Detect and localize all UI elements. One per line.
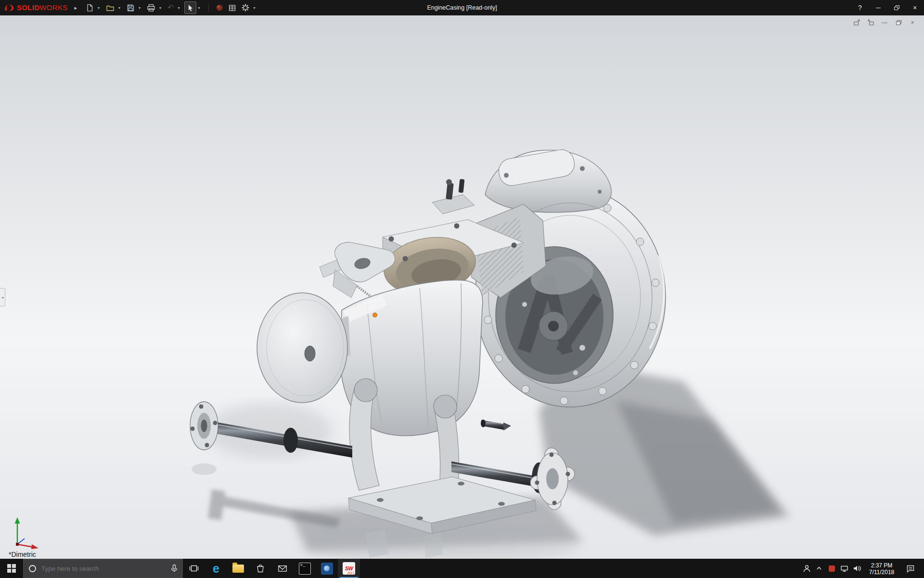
undo-button[interactable]: ↶ [166,1,176,14]
windows-logo-icon [7,564,16,573]
taskbar: e >_ SW 2017 [0,559,924,578]
print-dropdown-caret[interactable]: ▾ [159,6,161,10]
volume-icon [853,565,861,572]
restore-button[interactable] [887,0,906,15]
taskbar-store-button[interactable] [249,559,271,578]
new-dropdown-caret[interactable]: ▾ [98,6,100,10]
minimize-icon [876,8,881,8]
undo-dropdown-caret[interactable]: ▾ [178,6,180,10]
quick-access-toolbar: ▾ ▾ ▾ ▾ ↶ ▾ ▾ [84,1,259,14]
graphics-viewport[interactable]: — × ◂ [0,15,924,559]
ds-logo-icon [4,4,14,12]
command-prompt-icon: >_ [299,563,311,575]
open-dropdown-caret[interactable]: ▾ [118,6,120,10]
taskbar-search[interactable] [23,559,183,578]
select-cursor-icon [186,4,194,12]
side-pin[interactable] [481,420,511,431]
taskbar-file-explorer-button[interactable] [227,559,249,578]
undo-icon: ↶ [167,4,174,12]
network-button[interactable] [838,559,850,578]
open-button[interactable] [104,1,116,14]
cortana-circle-icon [28,565,37,573]
brand-text: SOLIDWORKS [17,3,68,12]
document-window-controls: — × [852,18,917,27]
task-view-icon [189,563,199,574]
solidworks-icon-year: 2017 [347,571,354,575]
orientation-triad [10,514,43,551]
edge-icon: e [213,563,219,575]
3d-model-canvas[interactable] [0,15,924,559]
file-explorer-icon [232,565,244,573]
selection-marker[interactable] [373,313,377,317]
tray-overflow-button[interactable] [813,559,825,578]
top-fittings[interactable] [432,179,475,214]
left-disc[interactable] [257,293,350,403]
save-floppy-icon [127,4,135,12]
previous-window-icon [853,19,860,26]
search-input[interactable] [41,565,166,572]
feature-panel-collapse-tab[interactable]: ◂ [0,288,5,306]
select-dropdown-caret[interactable]: ▾ [198,6,200,10]
options-dropdown-caret[interactable]: ▾ [254,6,256,10]
photos-app-icon [321,563,333,575]
start-button[interactable] [0,559,23,578]
chevron-up-icon [816,565,822,572]
taskbar-clock[interactable]: 2:37 PM 7/11/2018 [863,562,900,576]
system-tray: 2:37 PM 7/11/2018 [800,559,924,578]
restore-icon [894,5,899,10]
minimize-button[interactable] [869,0,887,15]
titlebar: SOLIDWORKS ▸ ▾ ▾ ▾ [0,0,924,15]
sheet-grid-icon [228,4,236,12]
appearance-sphere-icon [216,4,223,12]
solidworks-app-icon: SW 2017 [343,562,355,575]
document-close-button[interactable]: × [908,18,917,27]
evaluate-button[interactable] [226,1,238,14]
save-dropdown-caret[interactable]: ▾ [139,6,141,10]
toolbar-flyout-arrow[interactable]: ▸ [75,5,77,11]
taskbar-solidworks-button[interactable]: SW 2017 [338,559,360,578]
help-button[interactable]: ? [851,0,869,15]
action-center-icon [906,565,915,573]
collapse-arrow-icon: ◂ [1,295,3,300]
previous-window-button[interactable] [852,18,861,27]
taskbar-mail-button[interactable] [271,559,294,578]
next-window-button[interactable] [866,18,875,27]
print-button[interactable] [145,1,157,14]
volume-button[interactable] [850,559,863,578]
solidworks-logo: SOLIDWORKS [0,3,71,12]
print-icon [147,4,155,12]
appearance-button[interactable] [214,1,225,14]
next-window-icon [867,19,874,26]
store-bag-icon [255,563,266,574]
close-button[interactable]: × [906,0,924,15]
taskbar-photos-button[interactable] [316,559,338,578]
microphone-icon[interactable] [171,564,178,573]
document-restore-icon [896,20,902,26]
mail-icon [277,563,288,574]
save-button[interactable] [125,1,137,14]
action-center-button[interactable] [900,559,921,578]
task-view-button[interactable] [183,559,205,578]
document-restore-button[interactable] [894,18,903,27]
new-document-icon [86,4,94,12]
select-button[interactable] [184,1,196,14]
gpu-tray-icon [829,565,835,572]
view-orientation-label: *Dimetric [9,551,36,558]
taskbar-command-prompt-button[interactable]: >_ [294,559,316,578]
toolbar-separator [208,3,209,12]
people-button[interactable] [800,559,813,578]
network-icon [840,565,848,572]
new-document-button[interactable] [84,1,96,14]
people-icon [803,565,811,573]
open-folder-icon [106,4,115,12]
document-minimize-button[interactable]: — [880,18,889,27]
options-button[interactable] [239,1,252,14]
clock-time: 2:37 PM [863,562,900,569]
gear-icon [241,3,250,12]
window-controls: ? × [851,0,924,15]
solidworks-icon-text: SW [345,565,353,571]
left-bracket[interactable] [320,242,395,299]
gpu-settings-button[interactable] [825,559,838,578]
taskbar-edge-button[interactable]: e [205,559,227,578]
clock-date: 7/11/2018 [863,569,900,576]
